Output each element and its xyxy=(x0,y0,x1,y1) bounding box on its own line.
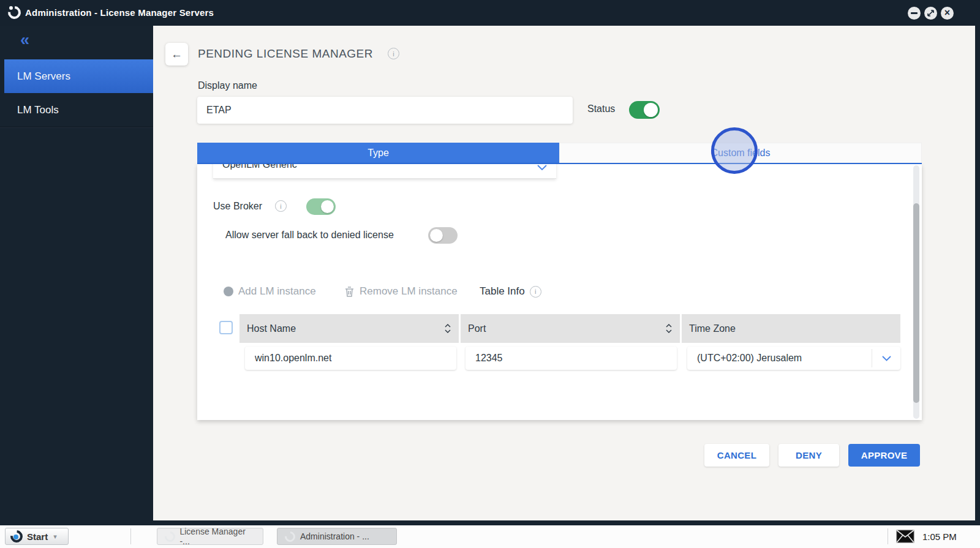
remove-lm-instance-label: Remove LM instance xyxy=(360,285,458,298)
window-title: Administration - License Manager Servers xyxy=(25,7,214,18)
close-button[interactable]: × xyxy=(941,7,954,20)
openlm-logo-icon xyxy=(285,531,295,542)
column-header-time-zone[interactable]: Time Zone xyxy=(682,314,900,343)
maximize-icon xyxy=(927,9,935,17)
table-info-button[interactable]: Table Info i xyxy=(480,285,541,298)
fallback-toggle[interactable] xyxy=(428,227,458,244)
fallback-label: Allow server fall back to denied license xyxy=(225,230,394,241)
taskbar-item-label: License Manager -... xyxy=(179,527,255,546)
trash-icon xyxy=(344,286,355,298)
use-broker-toggle[interactable] xyxy=(306,198,336,215)
cancel-button[interactable]: CANCEL xyxy=(704,444,769,467)
page-title: PENDING LICENSE MANAGER xyxy=(198,47,373,61)
tab-label: Type xyxy=(368,148,389,159)
use-broker-info-icon[interactable]: i xyxy=(275,200,287,212)
lm-type-select[interactable]: OpenLM Generic xyxy=(213,164,556,179)
status-toggle[interactable] xyxy=(629,101,660,119)
main-content: ← PENDING LICENSE MANAGER i Display name… xyxy=(153,26,975,520)
add-icon xyxy=(224,287,233,296)
tab-custom-fields[interactable]: Custom fields xyxy=(559,143,922,163)
sidebar-item-lm-servers[interactable]: LM Servers xyxy=(4,59,153,93)
start-button[interactable]: Start ▾ xyxy=(5,528,69,545)
back-arrow-icon: ← xyxy=(171,48,183,61)
sidebar-collapse-button[interactable]: « xyxy=(20,32,29,48)
start-caret-icon: ▾ xyxy=(53,533,57,541)
chevron-down-icon xyxy=(537,165,547,170)
sidebar-item-label: LM Servers xyxy=(17,70,70,83)
taskbar-item-administration[interactable]: Administration - ... xyxy=(277,528,397,545)
sort-icon[interactable] xyxy=(444,324,451,333)
host-name-input[interactable] xyxy=(245,347,456,370)
use-broker-label: Use Broker xyxy=(213,201,262,212)
display-name-label: Display name xyxy=(198,80,257,91)
start-logo-icon xyxy=(10,530,23,542)
minimize-button[interactable] xyxy=(908,7,921,20)
openlm-logo-icon xyxy=(8,6,21,19)
maximize-button[interactable] xyxy=(924,7,937,20)
taskbar-clock: 1:05 PM xyxy=(922,531,957,542)
sidebar-item-lm-tools[interactable]: LM Tools xyxy=(0,93,153,127)
minimize-icon xyxy=(911,12,918,14)
taskbar-divider xyxy=(888,528,888,544)
table-info-label: Table Info xyxy=(480,285,525,298)
tab-bar: Type Custom fields xyxy=(197,143,922,164)
add-lm-instance-button[interactable]: Add LM instance xyxy=(224,285,316,298)
chevron-down-icon xyxy=(882,356,891,361)
remove-lm-instance-button[interactable]: Remove LM instance xyxy=(344,285,458,298)
display-name-input[interactable] xyxy=(197,97,573,124)
add-lm-instance-label: Add LM instance xyxy=(238,285,316,298)
openlm-logo-icon xyxy=(165,531,175,542)
sidebar-item-label: LM Tools xyxy=(17,104,59,116)
screen: Administration - License Manager Servers… xyxy=(0,0,980,548)
page-title-info-icon[interactable]: i xyxy=(388,48,399,59)
taskbar-divider xyxy=(130,528,131,544)
time-zone-value: (UTC+02:00) Jerusalem xyxy=(697,347,802,370)
table-header: Host Name Port Time Zone xyxy=(239,314,900,343)
time-zone-select[interactable]: (UTC+02:00) Jerusalem xyxy=(687,347,900,370)
close-icon: × xyxy=(944,8,950,18)
taskbar-item-license-manager[interactable]: License Manager -... xyxy=(157,528,263,545)
column-header-host-name[interactable]: Host Name xyxy=(239,314,459,343)
port-input[interactable] xyxy=(466,347,677,370)
taskbar-item-label: Administration - ... xyxy=(300,531,369,541)
tab-label: Custom fields xyxy=(711,148,771,159)
column-header-port[interactable]: Port xyxy=(461,314,680,343)
sort-icon[interactable] xyxy=(665,324,673,333)
mail-tray-icon[interactable] xyxy=(896,530,914,543)
sidebar: « LM Servers LM Tools xyxy=(0,26,153,525)
deny-button[interactable]: DENY xyxy=(778,444,839,467)
approve-button[interactable]: APPROVE xyxy=(848,444,920,467)
status-label: Status xyxy=(587,103,615,114)
window-titlebar: Administration - License Manager Servers… xyxy=(0,0,980,26)
type-tab-panel: OpenLM Generic Use Broker i Allow server… xyxy=(197,164,922,420)
table-info-icon: i xyxy=(530,286,541,298)
panel-scrollbar-thumb[interactable] xyxy=(913,203,919,403)
start-label: Start xyxy=(27,531,48,542)
panel-scrollbar-track[interactable] xyxy=(913,165,919,419)
taskbar: Start ▾ License Manager -... Administrat… xyxy=(0,525,980,548)
tab-type[interactable]: Type xyxy=(197,143,559,163)
select-row-checkbox[interactable] xyxy=(219,321,233,334)
lm-type-value: OpenLM Generic xyxy=(222,164,297,179)
back-button[interactable]: ← xyxy=(165,43,188,66)
